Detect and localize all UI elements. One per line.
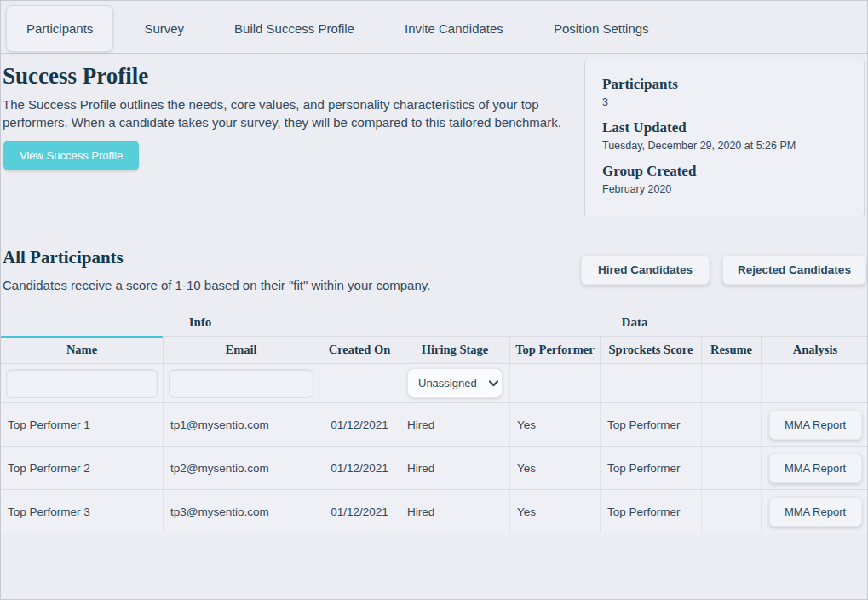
cell-analysis: MMA Report xyxy=(761,447,868,489)
name-filter-input[interactable] xyxy=(6,369,158,398)
column-header-hiring-stage[interactable]: Hiring Stage xyxy=(400,337,509,363)
last-updated-label: Last Updated xyxy=(602,119,847,136)
table-row: Top Performer 1 tp1@mysentio.com 01/12/2… xyxy=(1,402,868,446)
column-header-top-performer[interactable]: Top Performer xyxy=(509,337,600,363)
column-header-resume[interactable]: Resume xyxy=(701,337,761,363)
filter-cell-email xyxy=(163,364,319,402)
tab-survey[interactable]: Survey xyxy=(124,5,204,52)
cell-created-on: 01/12/2021 xyxy=(319,403,400,446)
group-header-data: Data xyxy=(400,309,868,336)
column-header-email[interactable]: Email xyxy=(163,337,319,363)
tab-position-settings[interactable]: Position Settings xyxy=(534,5,669,52)
view-success-profile-button[interactable]: View Success Profile xyxy=(3,141,139,170)
cell-top-performer: Yes xyxy=(509,403,600,446)
group-created-label: Group Created xyxy=(602,163,847,180)
cell-created-on: 01/12/2021 xyxy=(319,447,400,489)
cell-analysis: MMA Report xyxy=(761,403,868,446)
mma-report-button[interactable]: MMA Report xyxy=(769,453,862,483)
cell-name: Top Performer 2 xyxy=(1,447,163,489)
mma-report-button[interactable]: MMA Report xyxy=(769,410,862,440)
cell-sprockets-score: Top Performer xyxy=(600,447,701,489)
email-filter-input[interactable] xyxy=(169,369,313,398)
cell-resume xyxy=(701,403,761,446)
last-updated-value: Tuesday, December 29, 2020 at 5:26 PM xyxy=(602,140,847,152)
chevron-down-icon xyxy=(489,380,498,387)
cell-resume xyxy=(701,490,761,533)
hiring-stage-selected-value: Unassigned xyxy=(418,377,477,389)
filter-cell-created-on xyxy=(319,364,400,402)
filter-cell-resume xyxy=(701,364,761,402)
column-header-sprockets-score[interactable]: Sprockets Score xyxy=(600,337,701,363)
group-header-info: Info xyxy=(1,309,400,336)
cell-created-on: 01/12/2021 xyxy=(319,490,400,533)
success-profile-description: The Success Profile outlines the needs, … xyxy=(3,95,572,131)
column-header-analysis[interactable]: Analysis xyxy=(761,337,868,363)
cell-sprockets-score: Top Performer xyxy=(600,490,701,533)
filter-cell-sprockets-score xyxy=(600,364,701,402)
column-header-name[interactable]: Name xyxy=(1,337,163,363)
cell-analysis: MMA Report xyxy=(761,490,868,533)
filter-cell-name xyxy=(1,364,163,402)
cell-email: tp1@mysentio.com xyxy=(163,403,319,446)
group-created-value: February 2020 xyxy=(602,183,847,195)
group-info-panel: Participants 3 Last Updated Tuesday, Dec… xyxy=(584,61,865,216)
tab-build-success-profile[interactable]: Build Success Profile xyxy=(215,5,374,52)
column-header-created-on[interactable]: Created On xyxy=(319,337,400,363)
rejected-candidates-button[interactable]: Rejected Candidates xyxy=(722,255,866,285)
mma-report-button[interactable]: MMA Report xyxy=(769,497,862,527)
cell-sprockets-score: Top Performer xyxy=(600,403,701,446)
cell-email: tp2@mysentio.com xyxy=(163,447,319,489)
participants-count-value: 3 xyxy=(602,96,847,108)
all-participants-description: Candidates receive a score of 1-10 based… xyxy=(3,278,430,292)
cell-hiring-stage: Hired xyxy=(400,490,509,533)
participants-count-label: Participants xyxy=(602,76,847,93)
main-content: Success Profile The Success Profile outl… xyxy=(1,54,867,600)
cell-name: Top Performer 1 xyxy=(1,403,163,446)
participants-table: Info Data Name Email Created On Hiring S… xyxy=(1,309,868,533)
all-participants-title: All Participants xyxy=(3,247,124,268)
cell-email: tp3@mysentio.com xyxy=(163,490,319,533)
table-column-header-row: Name Email Created On Hiring Stage Top P… xyxy=(1,336,868,364)
filter-cell-top-performer xyxy=(509,364,600,402)
cell-top-performer: Yes xyxy=(509,447,600,489)
cell-hiring-stage: Hired xyxy=(400,403,509,446)
page-title: Success Profile xyxy=(3,63,148,89)
cell-top-performer: Yes xyxy=(509,490,600,533)
cell-hiring-stage: Hired xyxy=(400,447,509,489)
tab-participants[interactable]: Participants xyxy=(6,5,113,52)
cell-resume xyxy=(701,447,761,489)
table-row: Top Performer 3 tp3@mysentio.com 01/12/2… xyxy=(1,489,868,533)
table-filter-row: Unassigned xyxy=(1,364,868,402)
table-group-header-row: Info Data xyxy=(1,309,868,336)
filter-cell-hiring-stage: Unassigned xyxy=(400,364,509,402)
table-row: Top Performer 2 tp2@mysentio.com 01/12/2… xyxy=(1,446,868,489)
cell-name: Top Performer 3 xyxy=(1,490,163,533)
hired-candidates-button[interactable]: Hired Candidates xyxy=(581,255,710,285)
tab-bar: Participants Survey Build Success Profil… xyxy=(1,1,867,54)
tab-invite-candidates[interactable]: Invite Candidates xyxy=(385,5,523,52)
hiring-stage-filter-select[interactable]: Unassigned xyxy=(407,368,503,398)
filter-cell-analysis xyxy=(761,364,868,402)
